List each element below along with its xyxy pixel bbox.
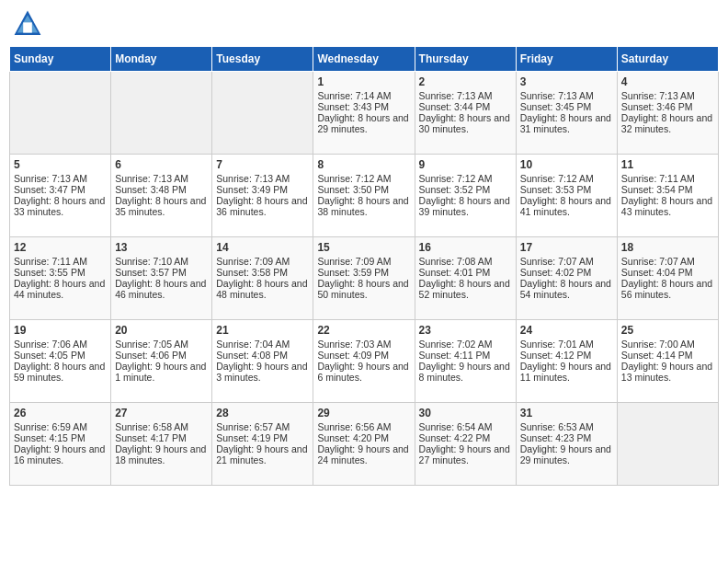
day-number: 3 xyxy=(520,75,613,88)
day-number: 9 xyxy=(419,158,512,171)
day-content: Daylight: 8 hours and 54 minutes. xyxy=(520,278,613,300)
day-content: Sunset: 3:46 PM xyxy=(621,101,714,112)
day-content: Sunrise: 7:04 AM xyxy=(216,339,309,350)
day-content: Sunset: 4:04 PM xyxy=(621,267,714,278)
day-content: Daylight: 8 hours and 48 minutes. xyxy=(216,278,309,300)
weekday-header-thursday: Thursday xyxy=(415,47,516,72)
calendar-cell: 9Sunrise: 7:12 AMSunset: 3:52 PMDaylight… xyxy=(415,155,516,237)
calendar-cell: 4Sunrise: 7:13 AMSunset: 3:46 PMDaylight… xyxy=(617,72,718,155)
day-content: Sunrise: 7:12 AM xyxy=(317,173,410,184)
day-number: 6 xyxy=(115,158,208,171)
day-content: Sunset: 3:45 PM xyxy=(520,101,613,112)
calendar-cell: 16Sunrise: 7:08 AMSunset: 4:01 PMDayligh… xyxy=(415,237,516,320)
day-content: Daylight: 8 hours and 33 minutes. xyxy=(14,195,107,217)
day-content: Daylight: 8 hours and 31 minutes. xyxy=(520,112,613,134)
day-number: 29 xyxy=(317,407,410,419)
day-content: Sunset: 4:19 PM xyxy=(216,432,309,443)
day-content: Sunrise: 7:12 AM xyxy=(520,173,613,184)
day-content: Sunset: 3:54 PM xyxy=(621,184,714,195)
day-number: 14 xyxy=(216,241,309,254)
calendar-cell: 14Sunrise: 7:09 AMSunset: 3:58 PMDayligh… xyxy=(212,237,313,320)
day-content: Daylight: 8 hours and 41 minutes. xyxy=(520,195,613,217)
day-number: 26 xyxy=(14,407,107,419)
calendar-cell: 8Sunrise: 7:12 AMSunset: 3:50 PMDaylight… xyxy=(313,155,415,237)
day-content: Sunset: 4:06 PM xyxy=(115,350,208,361)
day-number: 25 xyxy=(621,324,714,337)
day-content: Sunrise: 6:59 AM xyxy=(14,421,107,432)
week-row-2: 5Sunrise: 7:13 AMSunset: 3:47 PMDaylight… xyxy=(10,155,719,237)
calendar-cell xyxy=(617,403,718,486)
day-content: Daylight: 8 hours and 30 minutes. xyxy=(419,112,512,134)
day-content: Daylight: 9 hours and 27 minutes. xyxy=(419,443,512,465)
day-content: Sunset: 4:23 PM xyxy=(520,432,613,443)
day-content: Daylight: 8 hours and 50 minutes. xyxy=(317,278,410,300)
calendar-cell: 10Sunrise: 7:12 AMSunset: 3:53 PMDayligh… xyxy=(516,155,617,237)
day-content: Sunset: 4:05 PM xyxy=(14,350,107,361)
day-content: Sunset: 4:08 PM xyxy=(216,350,309,361)
day-content: Daylight: 9 hours and 8 minutes. xyxy=(419,361,512,383)
day-content: Sunrise: 7:07 AM xyxy=(520,256,613,267)
day-content: Daylight: 8 hours and 52 minutes. xyxy=(419,278,512,300)
day-content: Daylight: 8 hours and 43 minutes. xyxy=(621,195,714,217)
day-content: Sunrise: 7:13 AM xyxy=(115,173,208,184)
day-content: Sunrise: 6:57 AM xyxy=(216,421,309,432)
calendar-cell: 19Sunrise: 7:06 AMSunset: 4:05 PMDayligh… xyxy=(10,320,111,403)
day-content: Daylight: 9 hours and 11 minutes. xyxy=(520,361,613,383)
day-content: Sunrise: 7:10 AM xyxy=(115,256,208,267)
day-content: Sunrise: 7:13 AM xyxy=(14,173,107,184)
weekday-header-wednesday: Wednesday xyxy=(313,47,415,72)
day-content: Sunrise: 7:05 AM xyxy=(115,339,208,350)
day-content: Sunrise: 6:54 AM xyxy=(419,421,512,432)
calendar-cell: 23Sunrise: 7:02 AMSunset: 4:11 PMDayligh… xyxy=(415,320,516,403)
day-content: Sunrise: 7:13 AM xyxy=(419,90,512,101)
page-header xyxy=(9,9,719,39)
day-content: Sunset: 4:11 PM xyxy=(419,350,512,361)
day-content: Daylight: 8 hours and 36 minutes. xyxy=(216,195,309,217)
calendar-cell: 5Sunrise: 7:13 AMSunset: 3:47 PMDaylight… xyxy=(10,155,111,237)
day-content: Daylight: 9 hours and 13 minutes. xyxy=(621,361,714,383)
day-content: Daylight: 9 hours and 21 minutes. xyxy=(216,443,309,465)
logo-icon xyxy=(13,9,42,39)
day-number: 23 xyxy=(419,324,512,337)
day-content: Sunset: 4:15 PM xyxy=(14,432,107,443)
day-content: Sunrise: 7:13 AM xyxy=(520,90,613,101)
calendar-cell: 11Sunrise: 7:11 AMSunset: 3:54 PMDayligh… xyxy=(617,155,718,237)
day-content: Sunrise: 7:09 AM xyxy=(216,256,309,267)
calendar-table: SundayMondayTuesdayWednesdayThursdayFrid… xyxy=(9,46,719,486)
day-number: 27 xyxy=(115,407,208,419)
calendar-cell: 29Sunrise: 6:56 AMSunset: 4:20 PMDayligh… xyxy=(313,403,415,486)
calendar-cell: 22Sunrise: 7:03 AMSunset: 4:09 PMDayligh… xyxy=(313,320,415,403)
calendar-cell: 21Sunrise: 7:04 AMSunset: 4:08 PMDayligh… xyxy=(212,320,313,403)
calendar-cell xyxy=(111,72,212,155)
day-content: Sunrise: 7:06 AM xyxy=(14,339,107,350)
day-number: 10 xyxy=(520,158,613,171)
day-content: Sunrise: 7:07 AM xyxy=(621,256,714,267)
day-number: 11 xyxy=(621,158,714,171)
day-number: 22 xyxy=(317,324,410,337)
day-content: Sunrise: 7:11 AM xyxy=(14,256,107,267)
calendar-cell: 24Sunrise: 7:01 AMSunset: 4:12 PMDayligh… xyxy=(516,320,617,403)
day-content: Daylight: 9 hours and 16 minutes. xyxy=(14,443,107,465)
weekday-header-saturday: Saturday xyxy=(617,47,718,72)
day-number: 7 xyxy=(216,158,309,171)
day-content: Sunset: 3:49 PM xyxy=(216,184,309,195)
day-content: Sunset: 3:47 PM xyxy=(14,184,107,195)
calendar-cell: 1Sunrise: 7:14 AMSunset: 3:43 PMDaylight… xyxy=(313,72,415,155)
calendar-cell xyxy=(212,72,313,155)
day-content: Daylight: 8 hours and 35 minutes. xyxy=(115,195,208,217)
day-content: Sunset: 4:20 PM xyxy=(317,432,410,443)
day-number: 21 xyxy=(216,324,309,337)
day-content: Sunset: 4:14 PM xyxy=(621,350,714,361)
day-content: Sunset: 4:17 PM xyxy=(115,432,208,443)
calendar-cell: 13Sunrise: 7:10 AMSunset: 3:57 PMDayligh… xyxy=(111,237,212,320)
weekday-header-sunday: Sunday xyxy=(10,47,111,72)
day-content: Sunrise: 7:14 AM xyxy=(317,90,410,101)
day-number: 31 xyxy=(520,407,613,419)
day-content: Daylight: 8 hours and 56 minutes. xyxy=(621,278,714,300)
day-content: Sunrise: 6:58 AM xyxy=(115,421,208,432)
weekday-header-monday: Monday xyxy=(111,47,212,72)
day-content: Sunrise: 7:02 AM xyxy=(419,339,512,350)
day-number: 4 xyxy=(621,75,714,88)
day-content: Daylight: 8 hours and 38 minutes. xyxy=(317,195,410,217)
calendar-cell: 3Sunrise: 7:13 AMSunset: 3:45 PMDaylight… xyxy=(516,72,617,155)
